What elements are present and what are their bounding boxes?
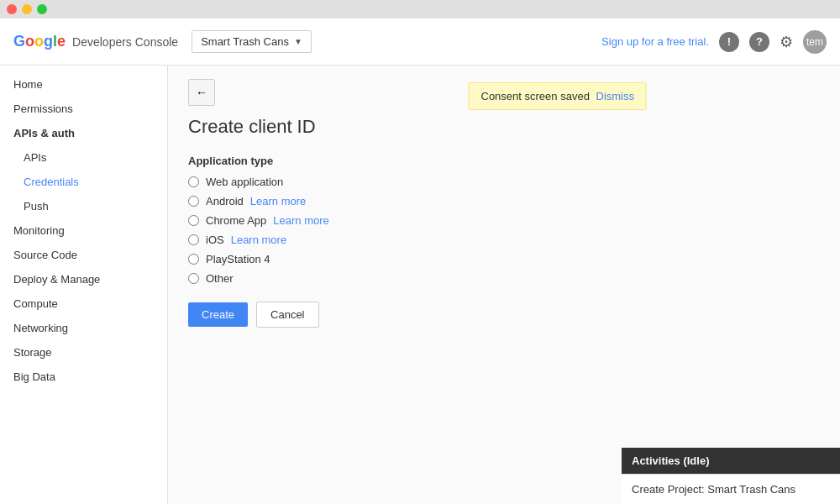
radio-label-web-app[interactable]: Web application (206, 176, 283, 188)
application-type-label: Application type (188, 155, 820, 167)
radio-web-app[interactable] (188, 176, 199, 187)
content-area: Consent screen saved Dismiss ← Create cl… (168, 66, 840, 504)
learn-more-android[interactable]: Learn more (250, 195, 306, 207)
sidebar-item-credentials[interactable]: Credentials (0, 170, 167, 194)
radio-chrome-app[interactable] (188, 215, 199, 226)
radio-ps4[interactable] (188, 254, 199, 265)
activities-item: Create Project: Smart Trash Cans (622, 474, 840, 504)
radio-option-chrome-app: Chrome AppLearn more (188, 214, 820, 227)
titlebar (0, 0, 840, 18)
radio-label-android[interactable]: Android (206, 195, 244, 207)
radio-option-web-app: Web application (188, 176, 820, 188)
create-button[interactable]: Create (188, 302, 248, 327)
sidebar-item-permissions[interactable]: Permissions (0, 97, 167, 121)
sidebar-item-source-code[interactable]: Source Code (0, 243, 167, 267)
radio-label-ios[interactable]: iOS (206, 234, 224, 246)
sidebar-item-apis-auth[interactable]: APIs & auth (0, 121, 167, 145)
sidebar-item-apis[interactable]: APIs (0, 145, 167, 170)
activities-header: Activities (Idle) (622, 448, 840, 474)
sidebar-item-storage[interactable]: Storage (0, 340, 167, 365)
sidebar-item-push[interactable]: Push (0, 194, 167, 218)
consent-text: Consent screen saved (481, 90, 590, 102)
form-actions: Create Cancel (188, 302, 820, 328)
maximize-button[interactable] (37, 4, 47, 14)
radio-label-other[interactable]: Other (206, 272, 234, 285)
google-logo: Google (13, 33, 66, 50)
learn-more-chrome-app[interactable]: Learn more (273, 214, 328, 227)
settings-icon[interactable]: ⚙ (780, 33, 793, 51)
learn-more-ios[interactable]: Learn more (231, 234, 286, 246)
main-layout: HomePermissionsAPIs & authAPIsCredential… (0, 66, 840, 504)
radio-label-ps4[interactable]: PlayStation 4 (206, 253, 270, 265)
sidebar-item-networking[interactable]: Networking (0, 316, 167, 340)
header: Google Developers Console Smart Trash Ca… (0, 18, 840, 66)
radio-option-ps4: PlayStation 4 (188, 253, 820, 265)
consent-banner: Consent screen saved Dismiss (469, 82, 647, 110)
notification-icon[interactable]: ! (719, 32, 739, 52)
project-selector[interactable]: Smart Trash Cans ▼ (192, 30, 312, 53)
page-title: Create client ID (188, 116, 820, 138)
application-type-options: Web applicationAndroidLearn moreChrome A… (188, 176, 820, 285)
radio-label-chrome-app[interactable]: Chrome App (206, 214, 266, 227)
sidebar-item-monitoring[interactable]: Monitoring (0, 218, 167, 243)
google-letters: Google (13, 33, 66, 50)
minimize-button[interactable] (22, 4, 32, 14)
back-button[interactable]: ← (188, 79, 215, 106)
sidebar: HomePermissionsAPIs & authAPIsCredential… (0, 66, 168, 504)
dismiss-link[interactable]: Dismiss (596, 90, 634, 102)
header-right: Sign up for a free trial. ! ? ⚙ tem (601, 30, 827, 54)
app-name: Developers Console (72, 35, 178, 49)
avatar[interactable]: tem (803, 30, 827, 54)
radio-android[interactable] (188, 196, 199, 207)
sidebar-item-compute[interactable]: Compute (0, 291, 167, 316)
activities-panel: Activities (Idle) Create Project: Smart … (622, 448, 840, 504)
chevron-down-icon: ▼ (294, 37, 302, 46)
free-trial-link[interactable]: Sign up for a free trial. (601, 35, 709, 48)
radio-ios[interactable] (188, 234, 199, 245)
radio-option-other: Other (188, 272, 820, 285)
radio-other[interactable] (188, 273, 199, 284)
sidebar-item-deploy-manage[interactable]: Deploy & Manage (0, 267, 167, 291)
radio-option-android: AndroidLearn more (188, 195, 820, 207)
sidebar-item-home[interactable]: Home (0, 72, 167, 97)
radio-option-ios: iOSLearn more (188, 234, 820, 246)
cancel-button[interactable]: Cancel (256, 302, 318, 328)
close-button[interactable] (7, 4, 17, 14)
help-icon[interactable]: ? (749, 32, 769, 52)
sidebar-item-big-data[interactable]: Big Data (0, 365, 167, 389)
project-name: Smart Trash Cans (201, 35, 289, 48)
